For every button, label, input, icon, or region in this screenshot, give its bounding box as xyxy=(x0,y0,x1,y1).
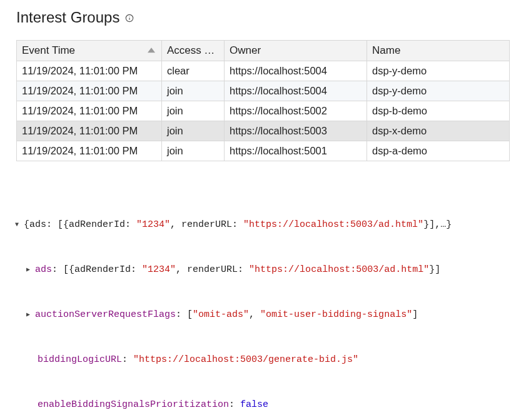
header: Interest Groups xyxy=(16,9,510,26)
table-row[interactable]: 11/19/2024, 11:01:00 PMjoinhttps://local… xyxy=(17,81,510,101)
col-event-time-label: Event Time xyxy=(22,44,75,56)
json-root[interactable]: {ads: [{adRenderId: "1234", renderURL: "… xyxy=(6,218,520,232)
json-biddingLogicURL: biddingLogicURL: "https://localhost:5003… xyxy=(6,352,520,368)
cell-access: join xyxy=(162,141,225,161)
cell-name: dsp-y-demo xyxy=(367,81,510,101)
disclosure-triangle-icon[interactable] xyxy=(15,218,21,232)
cell-time: 11/19/2024, 11:01:00 PM xyxy=(17,61,162,81)
page-title: Interest Groups xyxy=(16,9,119,26)
events-table: Event Time Access Ty… Owner Name 11/19/2… xyxy=(16,40,510,161)
json-enableBiddingSignalsPrioritization: enableBiddingSignalsPrioritization: fals… xyxy=(6,398,520,412)
cell-access: clear xyxy=(162,61,225,81)
cell-name: dsp-y-demo xyxy=(367,61,510,81)
table-header-row: Event Time Access Ty… Owner Name xyxy=(17,41,510,61)
disclosure-triangle-icon[interactable] xyxy=(26,262,33,278)
cell-access: join xyxy=(162,121,225,141)
col-owner[interactable]: Owner xyxy=(225,41,367,61)
json-details: {ads: [{adRenderId: "1234", renderURL: "… xyxy=(0,176,526,420)
cell-time: 11/19/2024, 11:01:00 PM xyxy=(17,141,162,161)
col-access-type[interactable]: Access Ty… xyxy=(162,41,225,61)
cell-time: 11/19/2024, 11:01:00 PM xyxy=(17,121,162,141)
cell-access: join xyxy=(162,81,225,101)
cell-owner: https://localhost:5002 xyxy=(225,101,367,121)
cell-owner: https://localhost:5001 xyxy=(225,141,367,161)
cell-name: dsp-b-demo xyxy=(367,101,510,121)
table-row[interactable]: 11/19/2024, 11:01:00 PMjoinhttps://local… xyxy=(17,101,510,121)
cell-name: dsp-x-demo xyxy=(367,121,510,141)
cell-owner: https://localhost:5004 xyxy=(225,61,367,81)
cell-name: dsp-a-demo xyxy=(367,141,510,161)
col-name[interactable]: Name xyxy=(367,41,510,61)
col-event-time[interactable]: Event Time xyxy=(17,41,162,61)
disclosure-triangle-icon[interactable] xyxy=(26,308,33,322)
cell-owner: https://localhost:5003 xyxy=(225,121,367,141)
info-icon[interactable] xyxy=(124,13,134,23)
json-auctionServerRequestFlags[interactable]: auctionServerRequestFlags: ["omit-ads", … xyxy=(6,308,520,322)
json-ads[interactable]: ads: [{adRenderId: "1234", renderURL: "h… xyxy=(6,262,520,278)
svg-point-2 xyxy=(129,16,130,17)
table-row[interactable]: 11/19/2024, 11:01:00 PMjoinhttps://local… xyxy=(17,141,510,161)
cell-time: 11/19/2024, 11:01:00 PM xyxy=(17,101,162,121)
sort-descending-icon[interactable] xyxy=(148,48,155,52)
cell-time: 11/19/2024, 11:01:00 PM xyxy=(17,81,162,101)
cell-owner: https://localhost:5004 xyxy=(225,81,367,101)
cell-access: join xyxy=(162,101,225,121)
table-row[interactable]: 11/19/2024, 11:01:00 PMjoinhttps://local… xyxy=(17,121,510,141)
table-row[interactable]: 11/19/2024, 11:01:00 PMclearhttps://loca… xyxy=(17,61,510,81)
